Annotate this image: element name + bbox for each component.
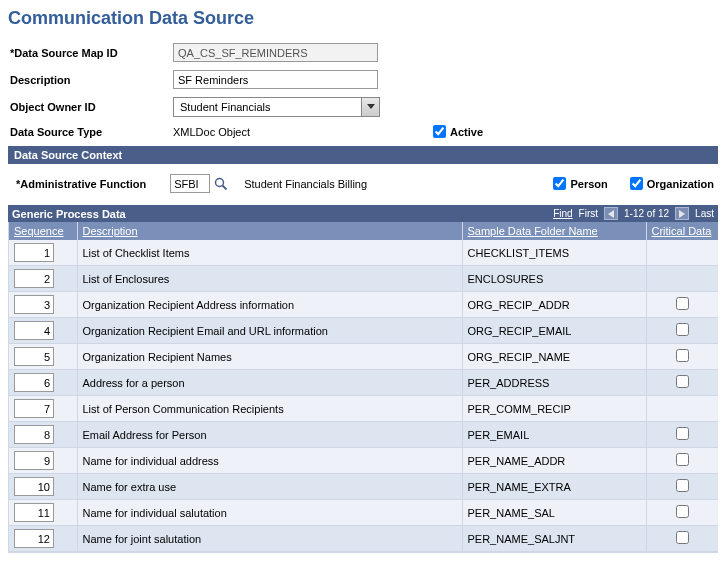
sequence-input[interactable]	[14, 243, 54, 262]
critical-checkbox[interactable]	[676, 479, 689, 492]
grid-first-label: First	[579, 208, 598, 219]
row-critical-cell	[646, 448, 718, 474]
row-folder: PER_COMM_RECIP	[462, 396, 646, 422]
grid-prev-button[interactable]	[604, 207, 618, 220]
svg-point-1	[216, 178, 224, 186]
row-folder: ORG_RECIP_ADDR	[462, 292, 646, 318]
page-title: Communication Data Source	[8, 8, 718, 29]
row-description: Organization Recipient Address informati…	[77, 292, 462, 318]
sequence-input[interactable]	[14, 451, 54, 470]
admin-func-label: Administrative Function	[16, 178, 146, 190]
row-folder: ENCLOSURES	[462, 266, 646, 292]
owner-select-button[interactable]	[361, 98, 379, 116]
sequence-input[interactable]	[14, 425, 54, 444]
sequence-input[interactable]	[14, 373, 54, 392]
row-description: Organization Recipient Email and URL inf…	[77, 318, 462, 344]
row-description: Organization Recipient Names	[77, 344, 462, 370]
svg-marker-4	[679, 210, 685, 218]
table-row: Email Address for PersonPER_EMAIL	[9, 422, 718, 448]
col-header-folder[interactable]: Sample Data Folder Name	[462, 222, 646, 240]
critical-checkbox[interactable]	[676, 453, 689, 466]
grid-range: 1-12 of 12	[624, 208, 669, 219]
table-row: List of Checklist ItemsCHECKLIST_ITEMS	[9, 240, 718, 266]
admin-func-field[interactable]	[170, 174, 210, 193]
row-description: Name for individual address	[77, 448, 462, 474]
row-critical-cell	[646, 396, 718, 422]
col-header-description[interactable]: Description	[77, 222, 462, 240]
row-critical-cell	[646, 240, 718, 266]
row-critical-cell	[646, 422, 718, 448]
row-folder: PER_NAME_EXTRA	[462, 474, 646, 500]
map-id-label: Data Source Map ID	[8, 47, 173, 59]
table-row: Address for a personPER_ADDRESS	[9, 370, 718, 396]
sequence-input[interactable]	[14, 477, 54, 496]
svg-line-2	[223, 185, 227, 189]
row-description: List of Checklist Items	[77, 240, 462, 266]
row-description: Name for joint salutation	[77, 526, 462, 552]
critical-checkbox[interactable]	[676, 297, 689, 310]
row-description: List of Enclosures	[77, 266, 462, 292]
grid-find-link[interactable]: Find	[553, 208, 572, 219]
table-row: Organization Recipient NamesORG_RECIP_NA…	[9, 344, 718, 370]
critical-checkbox[interactable]	[676, 505, 689, 518]
person-label: Person	[570, 178, 607, 190]
row-folder: PER_NAME_ADDR	[462, 448, 646, 474]
col-header-critical[interactable]: Critical Data	[646, 222, 718, 240]
row-critical-cell	[646, 318, 718, 344]
critical-checkbox[interactable]	[676, 531, 689, 544]
sequence-input[interactable]	[14, 529, 54, 548]
row-critical-cell	[646, 526, 718, 552]
type-label: Data Source Type	[8, 126, 173, 138]
sequence-input[interactable]	[14, 269, 54, 288]
row-description: Address for a person	[77, 370, 462, 396]
table-row: Name for extra usePER_NAME_EXTRA	[9, 474, 718, 500]
table-row: List of EnclosuresENCLOSURES	[9, 266, 718, 292]
row-critical-cell	[646, 500, 718, 526]
critical-checkbox[interactable]	[676, 349, 689, 362]
description-label: Description	[8, 74, 173, 86]
person-checkbox[interactable]	[553, 177, 566, 190]
grid-next-button[interactable]	[675, 207, 689, 220]
grid-title: Generic Process Data	[12, 208, 553, 220]
sequence-input[interactable]	[14, 503, 54, 522]
row-folder: PER_EMAIL	[462, 422, 646, 448]
active-label: Active	[450, 126, 483, 138]
row-folder: CHECKLIST_ITEMS	[462, 240, 646, 266]
person-checkbox-wrap[interactable]: Person	[553, 177, 607, 190]
row-critical-cell	[646, 266, 718, 292]
description-field[interactable]	[173, 70, 378, 89]
row-critical-cell	[646, 292, 718, 318]
row-folder: ORG_RECIP_NAME	[462, 344, 646, 370]
chevron-left-icon	[608, 210, 614, 218]
active-checkbox[interactable]	[433, 125, 446, 138]
active-checkbox-wrap[interactable]: Active	[433, 125, 483, 138]
sequence-input[interactable]	[14, 399, 54, 418]
context-section-bar: Data Source Context	[8, 146, 718, 164]
org-checkbox[interactable]	[630, 177, 643, 190]
map-id-field	[173, 43, 378, 62]
svg-marker-0	[367, 104, 375, 109]
sequence-input[interactable]	[14, 347, 54, 366]
sequence-input[interactable]	[14, 321, 54, 340]
critical-checkbox[interactable]	[676, 323, 689, 336]
org-checkbox-wrap[interactable]: Organization	[630, 177, 714, 190]
admin-func-lookup[interactable]	[214, 177, 228, 191]
chevron-right-icon	[679, 210, 685, 218]
critical-checkbox[interactable]	[676, 375, 689, 388]
row-critical-cell	[646, 474, 718, 500]
table-row: Organization Recipient Email and URL inf…	[9, 318, 718, 344]
row-folder: PER_NAME_SALJNT	[462, 526, 646, 552]
col-header-sequence[interactable]: Sequence	[9, 222, 77, 240]
row-folder: PER_NAME_SAL	[462, 500, 646, 526]
row-description: Email Address for Person	[77, 422, 462, 448]
row-critical-cell	[646, 370, 718, 396]
row-critical-cell	[646, 344, 718, 370]
row-folder: ORG_RECIP_EMAIL	[462, 318, 646, 344]
row-description: Name for extra use	[77, 474, 462, 500]
admin-func-desc: Student Financials Billing	[244, 178, 367, 190]
owner-select[interactable]: Student Financials	[173, 97, 380, 117]
sequence-input[interactable]	[14, 295, 54, 314]
critical-checkbox[interactable]	[676, 427, 689, 440]
owner-label: Object Owner ID	[8, 101, 173, 113]
type-value: XMLDoc Object	[173, 126, 433, 138]
